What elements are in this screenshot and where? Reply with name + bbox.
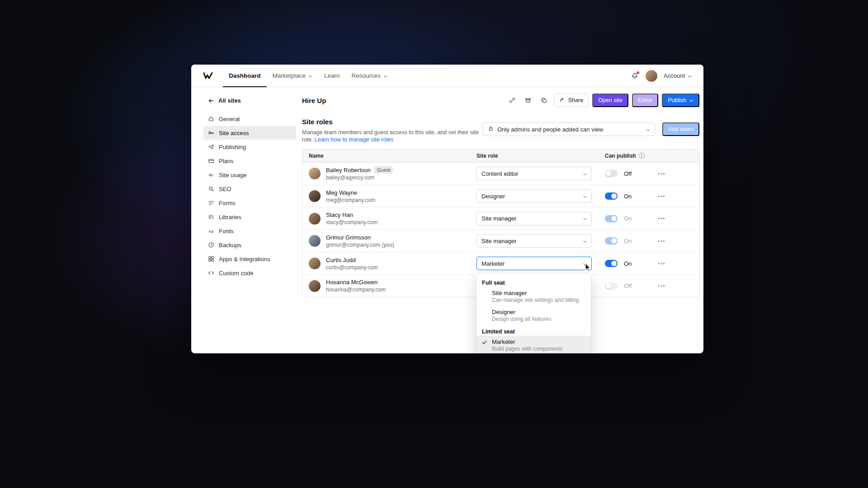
member-avatar xyxy=(309,190,321,202)
row-menu-button[interactable] xyxy=(656,235,669,246)
account-avatar[interactable] xyxy=(646,70,657,82)
notifications-bell-icon[interactable] xyxy=(630,71,639,80)
navbar-right: Account xyxy=(630,70,692,82)
can-publish-toggle[interactable] xyxy=(605,260,618,267)
info-icon[interactable]: i xyxy=(639,153,645,159)
fonts-icon: Aa xyxy=(208,228,214,234)
back-all-sites-link[interactable]: All sites xyxy=(208,97,296,104)
row-menu-button[interactable] xyxy=(656,191,669,202)
table-row: Bailey Robertson Guest bailey@agency.com… xyxy=(302,162,699,185)
member-name: Bailey Robertson xyxy=(326,167,371,174)
lock-icon xyxy=(488,126,494,133)
sidebar-item-apps-integrations[interactable]: Apps & Integrations xyxy=(203,252,296,266)
sidebar-item-publishing[interactable]: Publishing xyxy=(203,140,296,154)
sidebar-item-fonts[interactable]: Aa Fonts xyxy=(203,224,296,238)
site-role-value: Site manager xyxy=(481,238,516,244)
site-roles-controls: Only admins and people added can view Ad… xyxy=(483,122,699,143)
forms-icon xyxy=(208,200,214,206)
site-role-select[interactable]: Site manager xyxy=(476,212,592,225)
can-publish-state: On xyxy=(624,238,632,244)
can-publish-toggle[interactable] xyxy=(605,170,618,177)
member-email: meg@company.com xyxy=(326,197,375,203)
option-label: Site manager xyxy=(492,290,585,296)
can-publish-state: On xyxy=(624,193,632,200)
row-menu-button[interactable] xyxy=(656,281,669,291)
site-role-select[interactable]: Site manager xyxy=(476,234,592,248)
sidebar-item-forms[interactable]: Forms xyxy=(203,196,296,210)
checkmark-icon xyxy=(482,340,487,345)
learn-roles-link[interactable]: Learn how to manage site roles xyxy=(315,136,393,143)
row-menu-button[interactable] xyxy=(656,168,669,179)
sidebar-item-custom-code[interactable]: Custom code xyxy=(203,266,296,280)
sidebar-item-general[interactable]: General xyxy=(203,112,296,126)
can-publish-toggle[interactable] xyxy=(605,192,618,200)
account-label: Account xyxy=(664,72,685,79)
member-name: Meg Wayne xyxy=(326,189,357,196)
tab-learn-label: Learn xyxy=(324,72,340,79)
member-avatar xyxy=(309,235,321,247)
site-role-select-open[interactable]: Marketer xyxy=(476,257,592,270)
sidebar-item-libraries[interactable]: Libraries xyxy=(203,210,296,224)
can-publish-state: Off xyxy=(624,170,632,177)
chevron-down-icon xyxy=(689,97,693,103)
share-button[interactable]: Share xyxy=(554,94,589,107)
tab-resources[interactable]: Resources xyxy=(346,65,394,87)
visibility-select[interactable]: Only admins and people added can view xyxy=(483,122,655,136)
editor-button[interactable]: Editor xyxy=(632,94,659,107)
site-role-value: Content editor xyxy=(481,170,519,177)
chevron-down-icon xyxy=(583,238,587,244)
tab-marketplace[interactable]: Marketplace xyxy=(267,65,319,87)
site-role-select[interactable]: Content editor xyxy=(476,167,592,180)
copy-icon[interactable] xyxy=(538,94,550,107)
table-row: Curtis Judd curtis@company.com Marketer xyxy=(302,252,699,275)
site-role-value: Designer xyxy=(481,193,505,200)
member-avatar xyxy=(309,258,321,269)
can-publish-label: Can publish xyxy=(605,153,636,159)
member-cell: Grimur Grimsson grimur@company.com (you) xyxy=(302,234,476,248)
menu-option-designer[interactable]: Designer Design using all features xyxy=(476,306,591,325)
member-email: bailey@agency.com xyxy=(326,174,393,181)
sidebar-item-seo[interactable]: SEO xyxy=(203,182,296,196)
member-name: Curtis Judd xyxy=(326,257,356,263)
column-header-site-role: Site role xyxy=(476,153,605,159)
send-icon xyxy=(208,144,214,150)
can-publish-state: On xyxy=(624,260,632,267)
sidebar-item-plans[interactable]: Plans xyxy=(203,154,296,168)
option-description: Design using all features xyxy=(492,316,585,322)
account-menu[interactable]: Account xyxy=(664,72,692,79)
sidebar-item-label: Plans xyxy=(219,158,234,164)
row-menu-button[interactable] xyxy=(656,213,669,224)
row-menu-button[interactable] xyxy=(656,258,669,269)
search-icon xyxy=(208,186,214,192)
sidebar-item-label: General xyxy=(219,116,240,122)
tab-learn[interactable]: Learn xyxy=(318,65,346,87)
publish-button[interactable]: Publish xyxy=(662,94,699,107)
link-icon[interactable] xyxy=(506,94,519,107)
open-site-button[interactable]: Open site xyxy=(592,94,628,107)
dashboard-body: All sites General Site access Publishing xyxy=(191,87,703,353)
webflow-logo-icon[interactable] xyxy=(203,72,213,80)
chevron-down-icon xyxy=(583,215,587,222)
archive-icon[interactable] xyxy=(522,94,534,107)
guest-badge: Guest xyxy=(374,166,393,174)
site-actions: Share Open site Editor Publish xyxy=(506,94,700,107)
member-email: curtis@company.com xyxy=(326,264,378,271)
site-role-select[interactable]: Designer xyxy=(476,189,592,203)
sidebar-nav: General Site access Publishing Plans xyxy=(203,112,296,280)
can-publish-toggle xyxy=(605,215,618,222)
menu-option-marketer[interactable]: Marketer Build pages with components xyxy=(476,336,591,353)
sidebar-item-backups[interactable]: Backups xyxy=(203,238,296,252)
add-users-button[interactable]: Add users xyxy=(662,122,699,136)
settings-sidebar: All sites General Site access Publishing xyxy=(191,87,302,353)
member-name: Stacy Han xyxy=(326,211,353,218)
open-site-label: Open site xyxy=(598,97,623,103)
sidebar-item-site-usage[interactable]: Site usage xyxy=(203,168,296,182)
site-role-value: Marketer xyxy=(481,260,505,267)
key-icon xyxy=(208,130,214,136)
sidebar-item-site-access[interactable]: Site access xyxy=(203,126,296,140)
table-row: Stacy Han stacy@company.com Site manager xyxy=(302,207,699,230)
code-icon xyxy=(208,270,214,276)
option-description: Can manage site settings and billing xyxy=(492,297,585,303)
tab-dashboard[interactable]: Dashboard xyxy=(223,65,267,87)
menu-option-site-manager[interactable]: Site manager Can manage site settings an… xyxy=(476,287,591,306)
